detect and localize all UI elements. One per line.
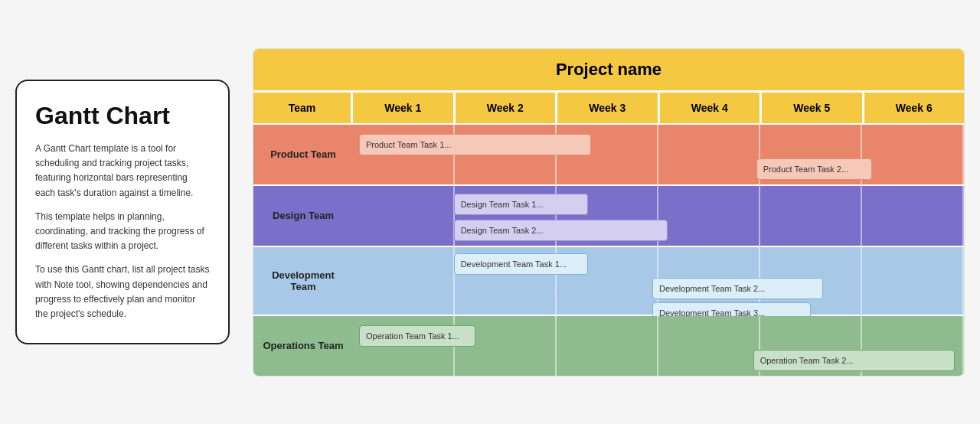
team-column-header: Team xyxy=(253,93,353,123)
product-task-2[interactable]: Product Team Task 2... xyxy=(756,158,873,180)
product-task-1[interactable]: Product Team Task 1... xyxy=(359,134,591,155)
info-card: Gantt Chart A Gantt Chart template is a … xyxy=(15,80,230,344)
gantt-chart: Project name Team Week 1 Week 2 Week 3 W… xyxy=(253,48,965,377)
design-task-1[interactable]: Design Team Task 1... xyxy=(454,194,589,215)
ops-task-1[interactable]: Operation Team Task 1... xyxy=(359,325,475,347)
dev-task-1[interactable]: Development Team Task 1... xyxy=(454,253,589,275)
dev-team-label: Development Team xyxy=(253,247,353,315)
project-name: Project name xyxy=(253,49,964,90)
ops-team-label: Operations Team xyxy=(253,316,353,376)
dev-team-tasks: Development Team Task 1... Development T… xyxy=(353,247,964,315)
ops-team-tasks: Operation Team Task 1... Operation Team … xyxy=(353,316,964,376)
design-team-row: Design Team Design Team Task 1... Design… xyxy=(253,184,964,246)
week3-header: Week 3 xyxy=(557,93,660,123)
card-desc1: A Gantt Chart template is a tool for sch… xyxy=(35,142,210,201)
design-team-tasks: Design Team Task 1... Design Team Task 2… xyxy=(353,186,964,246)
dev-task-2[interactable]: Development Team Task 2... xyxy=(652,278,823,299)
week6-header: Week 6 xyxy=(864,93,965,123)
ops-task-2[interactable]: Operation Team Task 2... xyxy=(753,350,955,371)
card-title: Gantt Chart xyxy=(35,103,210,129)
card-desc3: To use this Gantt chart, list all projec… xyxy=(35,263,210,321)
ops-team-row: Operations Team Operation Team Task 1...… xyxy=(253,315,964,376)
design-team-label: Design Team xyxy=(253,186,353,246)
card-desc2: This template helps in planning, coordin… xyxy=(35,210,210,254)
product-team-row: Product Team Product Team Task 1... Prod… xyxy=(253,123,964,184)
week4-header: Week 4 xyxy=(660,93,763,123)
week1-header: Week 1 xyxy=(353,93,456,123)
dev-team-row: Development Team Development Team Task 1… xyxy=(253,246,964,315)
weeks-header-row: Team Week 1 Week 2 Week 3 Week 4 Week 5 … xyxy=(253,90,964,123)
product-team-tasks: Product Team Task 1... Product Team Task… xyxy=(353,125,964,184)
week5-header: Week 5 xyxy=(762,93,864,123)
design-task-2[interactable]: Design Team Task 2... xyxy=(454,220,668,241)
product-team-label: Product Team xyxy=(253,125,353,184)
week2-header: Week 2 xyxy=(456,93,558,123)
